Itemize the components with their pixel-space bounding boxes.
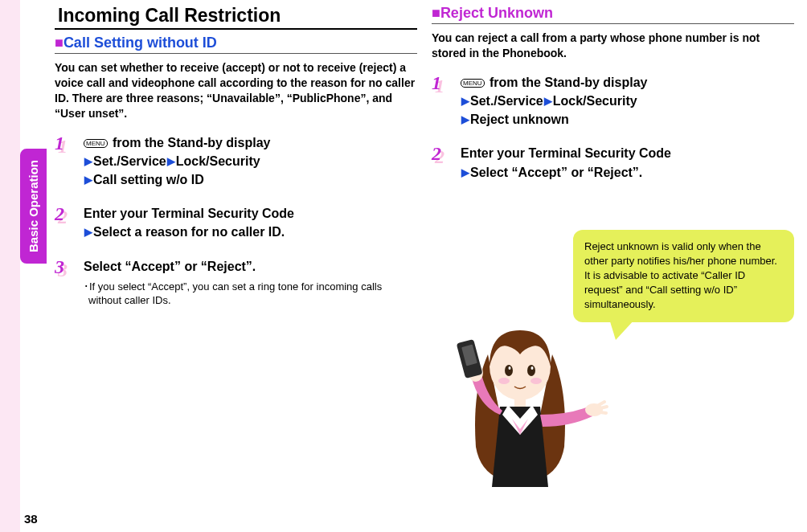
step-body: MENU from the Stand-by display ▶Set./Ser… (461, 72, 794, 129)
step-body: Enter your Terminal Security Code ▶Selec… (84, 203, 417, 241)
menu-key-icon: MENU (84, 139, 108, 148)
intro-text-left: You can set whether to receive (accept) … (55, 60, 417, 121)
subheading-rule (432, 23, 794, 24)
svg-point-4 (509, 366, 511, 370)
intro-text-right: You can reject a call from a party whose… (432, 31, 794, 61)
step-3-left: 3 3 Select “Accept” or “Reject”. ･If you… (55, 256, 417, 308)
step-text: from the Stand-by display (486, 76, 648, 89)
triangle-icon: ▶ (84, 174, 92, 186)
step-text: Select a reason for no caller ID. (93, 225, 285, 239)
character-illustration (432, 310, 617, 487)
svg-point-6 (498, 378, 510, 384)
svg-point-7 (530, 378, 542, 384)
square-bullet-icon: ■ (432, 5, 440, 21)
left-column: Incoming Call Restriction ■Call Setting … (55, 5, 417, 487)
step-text: Lock/Security (553, 94, 637, 108)
side-tab-label: Basic Operation (20, 149, 47, 264)
step-text: Enter your Terminal Security Code (461, 146, 671, 160)
right-column: ■Reject Unknown You can reject a call fr… (432, 5, 794, 487)
svg-point-2 (505, 365, 513, 376)
step-num: 2 (55, 203, 64, 225)
step-num-container: 1 1 (432, 72, 461, 92)
tip-area: Reject unknown is valid only when the ot… (432, 230, 794, 487)
svg-point-5 (531, 366, 534, 370)
triangle-icon: ▶ (461, 166, 469, 178)
menu-key-icon: MENU (461, 79, 485, 88)
page-number: 38 (24, 512, 38, 526)
triangle-icon: ▶ (461, 113, 469, 125)
triangle-icon: ▶ (84, 226, 92, 238)
triangle-icon: ▶ (167, 155, 175, 167)
step-text: Select “Accept” or “Reject”. (84, 260, 256, 273)
step-body: MENU from the Stand-by display ▶Set./Ser… (84, 133, 417, 190)
heading-rule (55, 28, 417, 30)
step-num-container: 2 2 (432, 143, 461, 162)
step-num: 3 (55, 256, 64, 278)
step-text: Set./Service (93, 154, 166, 168)
triangle-icon: ▶ (84, 155, 92, 167)
step-num: 1 (432, 72, 441, 94)
content-columns: Incoming Call Restriction ■Call Setting … (55, 5, 794, 487)
step-num-container: 2 2 (55, 203, 84, 223)
triangle-icon: ▶ (461, 95, 469, 107)
step-num-container: 1 1 (55, 133, 84, 152)
step-text: Select “Accept” or “Reject”. (470, 166, 642, 179)
sub-heading-text: Call Setting without ID (63, 35, 217, 51)
square-bullet-icon: ■ (55, 35, 63, 51)
step-text: Lock/Security (176, 154, 260, 168)
step-num-container: 3 3 (55, 256, 84, 276)
triangle-icon: ▶ (544, 95, 552, 107)
side-tab-container: Basic Operation (20, 149, 47, 267)
step-text: Enter your Terminal Security Code (84, 207, 294, 220)
step-body: Select “Accept” or “Reject”. ･If you sel… (84, 256, 417, 308)
svg-point-3 (527, 365, 535, 376)
step-1-left: 1 1 MENU from the Stand-by display ▶Set.… (55, 133, 417, 190)
step-2-right: 2 2 Enter your Terminal Security Code ▶S… (432, 143, 794, 181)
step-1-right: 1 1 MENU from the Stand-by display ▶Set.… (432, 72, 794, 129)
step-num: 2 (432, 143, 441, 165)
step-text: from the Stand-by display (109, 136, 271, 149)
step-2-left: 2 2 Enter your Terminal Security Code ▶S… (55, 203, 417, 241)
step-body: Enter your Terminal Security Code ▶Selec… (461, 143, 794, 181)
sub-heading-right: ■Reject Unknown (432, 5, 794, 22)
step-num: 1 (55, 133, 64, 154)
sub-heading-text: Reject Unknown (440, 5, 553, 21)
sub-heading-left: ■Call Setting without ID (55, 35, 417, 51)
step-subtext: ･If you select “Accept”, you can set a r… (84, 280, 417, 308)
main-heading: Incoming Call Restriction (55, 5, 417, 27)
speech-bubble: Reject unknown is valid only when the ot… (573, 230, 794, 322)
step-text: Reject unknown (470, 113, 569, 126)
step-text: Call setting w/o ID (93, 173, 204, 186)
subheading-rule (55, 53, 417, 54)
step-text: Set./Service (470, 94, 543, 108)
